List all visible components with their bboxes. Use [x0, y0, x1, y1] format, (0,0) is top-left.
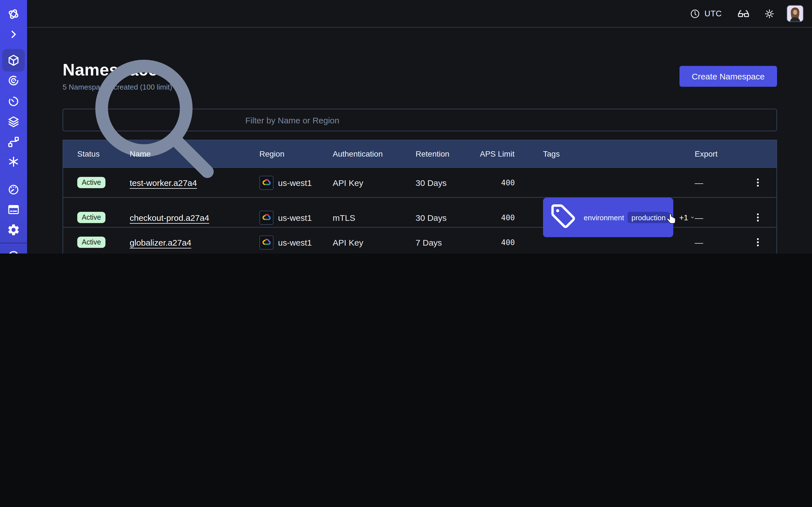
temporal-logo[interactable] — [7, 7, 20, 21]
app-root: $ 2.35.1 UTC Namespaces 5 Namespaces — [0, 0, 812, 253]
create-namespace-button[interactable]: Create Namespace — [679, 66, 777, 87]
kebab-icon — [752, 237, 763, 248]
sidebar-item-workflows[interactable] — [7, 74, 20, 87]
timezone-button[interactable]: UTC — [690, 8, 722, 19]
gcp-cloud-icon — [259, 235, 273, 249]
row-menu-button[interactable] — [752, 237, 763, 248]
status-cell: Active — [77, 237, 130, 248]
sidebar-divider — [0, 243, 27, 243]
status-cell: Active — [77, 212, 130, 223]
theme-toggle-button[interactable] — [763, 8, 775, 19]
sidebar-expand-button[interactable] — [7, 27, 20, 41]
sidebar-item-deployments[interactable] — [7, 115, 20, 128]
filter-bar — [63, 109, 777, 131]
status-cell: Active — [77, 177, 130, 188]
col-authentication: Authentication — [333, 149, 416, 158]
row-menu-button[interactable] — [752, 177, 763, 188]
col-aps-limit: APS Limit — [480, 149, 515, 158]
namespace-link[interactable]: checkout-prod.a27a4 — [130, 213, 209, 222]
namespace-link[interactable]: globalizer.a27a4 — [130, 237, 192, 247]
sidebar-item-support[interactable] — [7, 249, 20, 253]
gcp-cloud-icon — [259, 210, 273, 224]
name-cell: checkout-prod.a27a4 — [130, 213, 259, 222]
status-badge: Active — [77, 212, 105, 223]
retention-cell: 30 Days — [416, 178, 480, 187]
region-cell: us-west1 — [259, 210, 333, 224]
col-export: Export — [695, 149, 752, 158]
tag-value: production — [627, 212, 669, 223]
region-cell: us-west1 — [259, 175, 333, 189]
main-content: Namespaces 5 Namespaces created (100 lim… — [27, 27, 812, 253]
export-cell: — — [695, 213, 752, 222]
tag-icon — [547, 200, 580, 235]
aps-limit-cell: 400 — [480, 178, 515, 187]
region-label: us-west1 — [278, 178, 312, 187]
table-body: Active test-worker.a27a4 us-west1 API Ke… — [63, 167, 776, 253]
user-avatar[interactable] — [786, 5, 804, 22]
sidebar-item-usage[interactable] — [7, 182, 20, 196]
sidebar-item-billing[interactable] — [7, 203, 20, 216]
region-label: us-west1 — [278, 237, 312, 247]
namespace-link[interactable]: test-worker.a27a4 — [130, 178, 197, 187]
tag-key: environment — [583, 213, 624, 222]
region-cell: us-west1 — [259, 235, 333, 249]
tags-cell: environment production +1 — [515, 198, 695, 237]
col-region: Region — [259, 149, 333, 158]
glasses-icon — [737, 7, 750, 20]
kebab-icon — [752, 177, 763, 188]
sidebar: $ 2.35.1 — [0, 0, 27, 253]
sidebar-item-batch[interactable] — [7, 135, 20, 149]
chevron-down-icon — [691, 213, 695, 222]
status-badge: Active — [77, 177, 105, 188]
status-badge: Active — [77, 237, 105, 248]
col-name: Name — [130, 149, 259, 158]
clock-icon — [690, 8, 701, 19]
filter-input[interactable] — [244, 115, 770, 125]
export-cell: — — [695, 178, 752, 187]
auth-cell: mTLS — [333, 213, 416, 222]
name-cell: globalizer.a27a4 — [130, 237, 259, 247]
region-label: us-west1 — [278, 213, 312, 222]
row-menu-button[interactable] — [752, 212, 763, 223]
sidebar-item-nexus[interactable] — [7, 155, 20, 168]
name-cell: test-worker.a27a4 — [130, 178, 259, 187]
export-cell: — — [695, 237, 752, 247]
timezone-label: UTC — [705, 9, 722, 18]
sidebar-item-schedules[interactable] — [7, 95, 20, 108]
col-retention: Retention — [416, 149, 480, 158]
sidebar-item-namespaces[interactable] — [7, 54, 20, 67]
expand-tags-button[interactable] — [691, 213, 695, 222]
retention-cell: 30 Days — [416, 213, 480, 222]
accessibility-button[interactable] — [737, 7, 750, 20]
retention-cell: 7 Days — [416, 237, 480, 247]
sidebar-item-settings[interactable] — [7, 223, 20, 237]
col-status: Status — [77, 149, 130, 158]
aps-limit-cell: 400 — [480, 213, 515, 222]
tag-chip[interactable]: environment production — [543, 198, 673, 237]
more-tags-count[interactable]: +1 — [679, 213, 688, 222]
tags-group: environment production +1 — [543, 198, 695, 237]
gcp-cloud-icon — [259, 175, 273, 189]
col-tags: Tags — [515, 149, 695, 158]
auth-cell: API Key — [333, 237, 416, 247]
kebab-icon — [752, 212, 763, 223]
sun-icon — [763, 8, 775, 19]
topbar: UTC — [27, 0, 812, 27]
auth-cell: API Key — [333, 178, 416, 187]
aps-limit-cell: 400 — [480, 238, 515, 247]
